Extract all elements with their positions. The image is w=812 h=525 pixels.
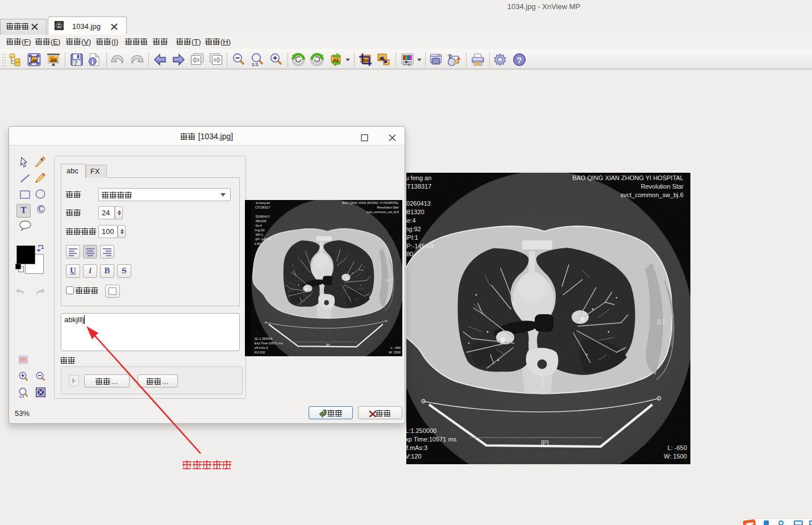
svg-text:?: ? xyxy=(517,55,522,65)
svg-text:1:1: 1:1 xyxy=(19,395,24,398)
svg-text:1:1: 1:1 xyxy=(252,62,259,66)
svg-text:?: ? xyxy=(74,59,78,66)
